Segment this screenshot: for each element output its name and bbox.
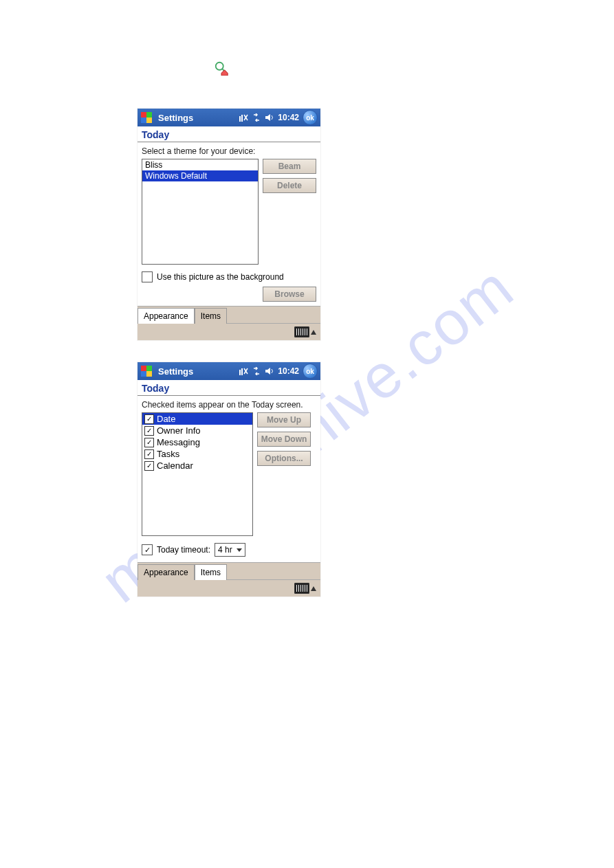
windows-logo-icon [140,111,153,124]
svg-rect-4 [141,118,146,123]
tab-bar: Appearance Items [138,306,320,323]
svg-rect-3 [146,112,152,118]
svg-rect-8 [141,371,146,377]
svg-rect-6 [141,366,146,371]
system-tray: 10:42 ok [239,364,318,379]
clock-time: 10:42 [278,366,299,376]
timeout-label: Today timeout: [157,545,210,555]
speaker-icon [265,367,274,375]
theme-listbox[interactable]: Bliss Windows Default [142,159,259,265]
signal-off-icon [239,113,248,122]
timeout-checkbox[interactable]: ✓ [142,544,153,555]
theme-item-windows-default[interactable]: Windows Default [142,170,258,181]
today-item-calendar[interactable]: ✓Calendar [142,460,252,471]
sip-arrow-icon[interactable] [311,330,316,335]
options-button[interactable]: Options... [257,451,311,466]
ok-button[interactable]: ok [303,110,318,125]
section-heading: Today [138,380,320,396]
svg-rect-5 [146,118,152,123]
items-listbox[interactable]: ✓Date ✓Owner Info ✓Messaging ✓Tasks ✓Cal… [142,412,253,536]
tab-appearance[interactable]: Appearance [138,308,195,324]
today-item-date[interactable]: ✓Date [142,413,252,425]
sync-icon [252,367,261,375]
windows-logo-icon [140,365,153,377]
today-item-messaging[interactable]: ✓Messaging [142,436,252,448]
tab-appearance[interactable]: Appearance [138,564,195,580]
sync-icon [252,113,261,122]
keyboard-icon[interactable] [294,583,309,594]
sip-bar [138,579,320,597]
delete-button[interactable]: Delete [263,178,316,193]
items-prompt-label: Checked items appear on the Today screen… [142,400,316,410]
browse-button[interactable]: Browse [263,287,316,302]
signal-off-icon [239,367,248,375]
screenshot-items: Settings 10:42 ok Today Checked items ap… [138,362,320,597]
app-title: Settings [158,113,234,123]
app-title: Settings [158,366,234,377]
svg-rect-9 [146,371,152,377]
timeout-dropdown[interactable]: 4 hr [215,543,245,557]
tab-items[interactable]: Items [195,564,227,580]
move-up-button[interactable]: Move Up [257,412,311,427]
theme-item-bliss[interactable]: Bliss [142,159,258,170]
today-item-tasks[interactable]: ✓Tasks [142,448,252,460]
title-bar: Settings 10:42 ok [138,362,320,380]
clock-time: 10:42 [278,113,299,122]
today-item-owner-info[interactable]: ✓Owner Info [142,425,252,436]
move-down-button[interactable]: Move Down [257,432,311,447]
section-heading: Today [138,126,320,142]
screenshot-appearance: Settings 10:42 ok Today Select a theme f… [138,109,320,340]
timeout-value: 4 hr [218,545,232,555]
tab-bar: Appearance Items [138,562,320,579]
svg-rect-7 [146,366,152,371]
tab-items[interactable]: Items [195,308,227,324]
title-bar: Settings 10:42 ok [138,109,320,126]
theme-prompt-label: Select a theme for your device: [142,146,316,156]
system-tray: 10:42 ok [239,110,318,125]
find-home-icon [214,60,229,76]
speaker-icon [265,113,274,122]
sip-bar [138,323,320,340]
beam-button[interactable]: Beam [263,159,316,174]
svg-rect-2 [141,112,146,118]
ok-button[interactable]: ok [303,364,318,379]
background-checkbox-label: Use this picture as the background [157,272,284,282]
background-checkbox[interactable] [142,271,153,282]
chevron-down-icon [237,548,242,552]
sip-arrow-icon[interactable] [311,586,316,591]
keyboard-icon[interactable] [294,326,309,337]
